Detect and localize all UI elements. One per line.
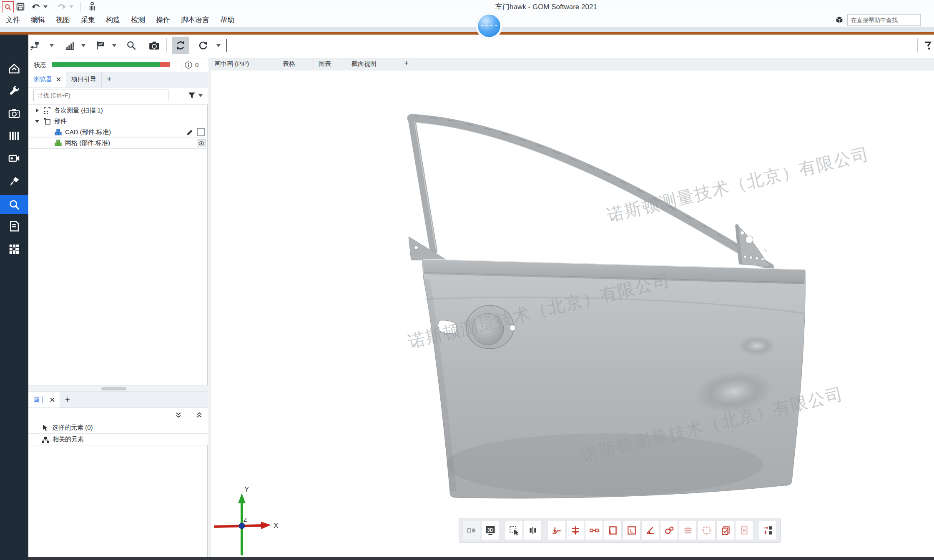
panel-splitter[interactable]	[208, 58, 211, 557]
annotation-frame-button[interactable]	[604, 521, 622, 540]
tree-row-part[interactable]: 部件	[28, 116, 208, 127]
status-row: 状态 0	[28, 58, 208, 72]
legend-button[interactable]: L	[623, 521, 640, 540]
redo-button[interactable]	[56, 2, 68, 12]
zoom-search-button[interactable]	[124, 38, 138, 52]
deviation-label-section-button[interactable]	[566, 521, 584, 540]
angle-dimension-button[interactable]	[641, 521, 659, 540]
sidebar-item-inspection[interactable]	[0, 195, 28, 214]
measurement-series-icon	[43, 107, 51, 114]
menu-inspect[interactable]: 检测	[131, 15, 145, 25]
filter-funnel-icon[interactable]	[188, 91, 196, 100]
arrange-tables-button[interactable]	[759, 521, 777, 540]
tab-browser[interactable]: 浏览器	[28, 72, 66, 87]
chevron-down-icon[interactable]	[198, 94, 203, 97]
sidebar-item-report[interactable]	[0, 217, 28, 236]
fit-selection-button[interactable]	[698, 521, 716, 540]
update-project-button[interactable]	[196, 38, 210, 52]
double-chevron-down-icon[interactable]	[175, 412, 182, 418]
dimension-width-button[interactable]	[585, 521, 603, 540]
sidebar-item-apps[interactable]	[0, 240, 28, 259]
search-commands-button[interactable]	[2, 1, 14, 13]
menu-edit[interactable]: 编辑	[31, 15, 45, 25]
mesh-visibility-toggle[interactable]	[197, 139, 206, 147]
snapshot-camera-button[interactable]	[147, 38, 162, 52]
tree-row-cad[interactable]: CAD (部件.标准)	[28, 127, 208, 138]
related-elements-row[interactable]: 相关的元素	[28, 434, 208, 445]
report-flag-button[interactable]	[93, 38, 108, 52]
panel-hole	[764, 250, 766, 252]
tree-row-mesh[interactable]: 网格 (部件.标准)	[28, 138, 208, 149]
measurement-series-button[interactable]	[87, 1, 98, 12]
sidebar-item-video[interactable]	[0, 149, 28, 168]
compare-windows-button[interactable]	[462, 521, 480, 540]
report-dropdown[interactable]	[111, 38, 118, 52]
deviation-label-surface-button[interactable]	[547, 521, 565, 540]
redo-dropdown[interactable]	[68, 4, 74, 9]
pages-checked-button[interactable]	[716, 521, 734, 540]
update-dropdown[interactable]	[215, 38, 222, 52]
add-properties-tab-button[interactable]: +	[60, 392, 75, 408]
tab-section-view[interactable]: 截面视图	[352, 60, 377, 68]
close-icon[interactable]	[56, 77, 61, 82]
undo-button[interactable]	[30, 2, 42, 12]
tab-chart[interactable]: 图表	[319, 60, 331, 68]
alignment-workflow-button[interactable]	[28, 38, 42, 52]
sidebar-item-probe[interactable]	[0, 172, 28, 191]
save-button[interactable]	[15, 1, 26, 12]
tree-search-input[interactable]	[33, 90, 168, 101]
tree-row-measurements[interactable]: 各次测量 (扫描 1)	[28, 105, 208, 116]
z-axis-dot	[239, 523, 245, 529]
tab-pip[interactable]: 画中画 (PIP)	[214, 60, 249, 68]
report-page-icon	[8, 220, 20, 232]
direct-help-button[interactable]	[922, 38, 934, 52]
menu-view[interactable]: 视图	[56, 15, 70, 25]
home-icon	[8, 62, 20, 75]
menu-scripting[interactable]: 脚本语言	[181, 15, 209, 25]
toolbar-separator	[166, 38, 167, 52]
undo-dropdown[interactable]	[43, 4, 48, 9]
cad-visibility-checkbox[interactable]	[197, 128, 205, 136]
expand-arrow-icon[interactable]	[36, 108, 39, 112]
menu-operations[interactable]: 操作	[156, 15, 170, 25]
info-icon[interactable]	[184, 61, 193, 69]
title-bar	[0, 0, 934, 12]
tab-project-guide[interactable]: 项目引导	[66, 72, 102, 87]
histogram-dropdown[interactable]	[80, 38, 87, 52]
sidebar-item-fringe[interactable]	[0, 126, 28, 145]
menu-construct[interactable]: 构造	[106, 15, 120, 25]
3d-view-button[interactable]: 3D	[481, 521, 499, 540]
grid-snap-button[interactable]	[679, 521, 697, 540]
recalculate-button-active[interactable]	[172, 37, 189, 54]
toolbar-separator	[80, 2, 80, 12]
tab-belongs-to[interactable]: 属于	[28, 392, 60, 408]
sidebar-item-setup[interactable]	[0, 81, 28, 100]
page-remove-button[interactable]	[735, 521, 753, 540]
horizontal-scrollbar[interactable]	[28, 385, 208, 392]
add-tab-button[interactable]: +	[102, 72, 117, 87]
legend-icon: L	[626, 525, 637, 536]
select-elements-button[interactable]	[505, 521, 523, 540]
add-view-tab[interactable]: +	[404, 59, 409, 68]
help-search-input[interactable]	[847, 14, 921, 26]
menu-file[interactable]: 文件	[6, 15, 20, 25]
close-icon[interactable]	[50, 398, 55, 402]
sidebar-item-scan[interactable]	[0, 104, 28, 123]
menu-acquire[interactable]: 采集	[81, 15, 95, 25]
sidebar-item-home[interactable]	[0, 59, 28, 78]
related-elements-label: 相关的元素	[53, 435, 84, 443]
edit-pencil-icon[interactable]	[186, 128, 194, 136]
tab-table[interactable]: 表格	[283, 60, 295, 68]
split-view-button[interactable]	[524, 521, 542, 540]
histogram-button[interactable]	[63, 38, 77, 52]
chevron-down-icon	[216, 44, 221, 47]
package-cube-icon[interactable]	[834, 14, 845, 25]
double-chevron-up-icon[interactable]	[196, 412, 203, 418]
alignment-dropdown[interactable]	[48, 38, 55, 52]
menu-help[interactable]: 帮助	[220, 15, 234, 25]
tree-label: 网格 (部件.标准)	[65, 139, 110, 147]
diameter-dimension-button[interactable]	[660, 521, 678, 540]
selected-elements-row[interactable]: 选择的元素 (0)	[28, 422, 208, 434]
scrollbar-thumb[interactable]	[101, 387, 126, 390]
collapse-arrow-icon[interactable]	[35, 120, 39, 123]
